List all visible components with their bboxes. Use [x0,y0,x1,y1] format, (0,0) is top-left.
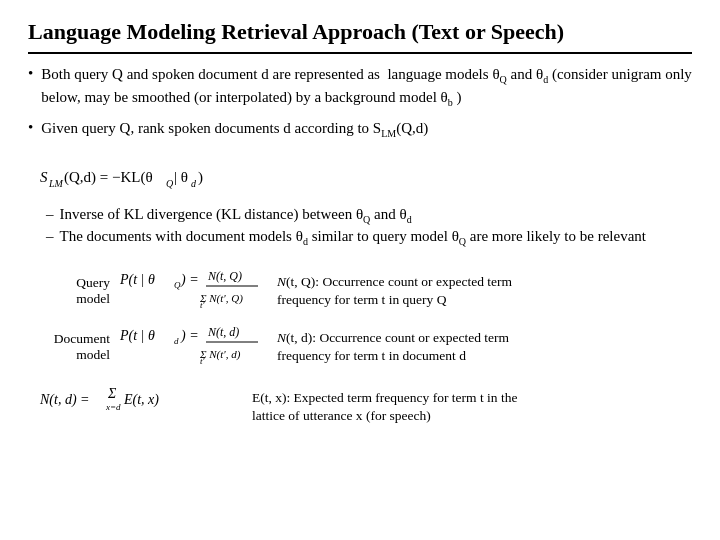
sub-text-1: Inverse of KL divergence (KL distance) b… [60,206,412,225]
svg-text:Q: Q [174,280,181,290]
sub-bullets: – Inverse of KL divergence (KL distance)… [46,206,692,250]
svg-text:Σ N(t', d): Σ N(t', d) [199,348,241,361]
query-model-formula: P(t | θ Q ) = N(t, Q) Σ N(t', Q) t' [118,266,263,316]
svg-text:S: S [40,169,48,185]
svg-text:d: d [191,178,197,189]
sub-item-2: – The documents with document models θd … [46,228,692,247]
bullet-icon-2: • [28,119,33,136]
bullet-1: • Both query Q and spoken document d are… [28,64,692,111]
svg-text:Q: Q [166,178,174,189]
svg-text:Σ: Σ [107,386,117,401]
query-model-row: Querymodel P(t | θ Q ) = N(t, Q) Σ N(t',… [38,266,692,316]
svg-text:| θ: | θ [174,169,188,185]
slm-formula-area: S LM (Q,d) = −KL(θ Q | θ d ) [38,152,692,196]
slide: Language Modeling Retrieval Approach (Te… [0,0,720,540]
document-model-row: Documentmodel P(t | θ d ) = N(t, d) Σ N(… [38,322,692,372]
svg-text:P(t | θ: P(t | θ [119,272,155,288]
slide-title: Language Modeling Retrieval Approach (Te… [28,18,692,54]
svg-text:N(t, d) =: N(t, d) = [39,392,90,408]
svg-text:N(t, d): N(t, d) [207,325,239,339]
svg-text:x=d: x=d [105,402,121,412]
svg-text:): ) [198,169,203,186]
query-model-label: Querymodel [38,275,110,307]
et-formula-area: N(t, d) = Σ x=d E(t, x) [38,382,238,432]
svg-text:) =: ) = [180,272,199,288]
svg-text:LM: LM [48,178,64,189]
svg-text:(Q,d) = −KL(θ: (Q,d) = −KL(θ [64,169,153,186]
sub-item-1: – Inverse of KL divergence (KL distance)… [46,206,692,225]
svg-text:N(t, Q): N(t, Q) [207,269,242,283]
svg-text:) =: ) = [180,328,199,344]
bullet-text-2: Given query Q, rank spoken documents d a… [41,118,428,142]
svg-text:d: d [174,336,179,346]
document-desc: N(t, d): Occurrence count or expected te… [277,329,509,365]
et-area: N(t, d) = Σ x=d E(t, x) E(t, x): Expecte… [38,382,692,432]
svg-text:Σ N(t', Q): Σ N(t', Q) [199,292,243,305]
sub-text-2: The documents with document models θd si… [60,228,646,247]
bullet-text-1: Both query Q and spoken document d are r… [41,64,692,111]
query-desc: N(t, Q): Occurrence count or expected te… [277,273,512,309]
svg-text:E(t, x): E(t, x) [123,392,159,408]
slide-content: • Both query Q and spoken document d are… [28,64,692,527]
et-desc: E(t, x): Expected term frequency for ter… [252,389,517,425]
sub-dash-1: – [46,206,54,223]
document-model-label: Documentmodel [38,331,110,363]
query-doc-area: Querymodel P(t | θ Q ) = N(t, Q) Σ N(t',… [38,266,692,372]
sub-dash-2: – [46,228,54,245]
slm-formula-svg: S LM (Q,d) = −KL(θ Q | θ d ) [38,152,208,196]
bullet-2: • Given query Q, rank spoken documents d… [28,118,692,142]
svg-text:P(t | θ: P(t | θ [119,328,155,344]
document-model-formula: P(t | θ d ) = N(t, d) Σ N(t', d) t' [118,322,263,372]
bullet-icon-1: • [28,65,33,82]
